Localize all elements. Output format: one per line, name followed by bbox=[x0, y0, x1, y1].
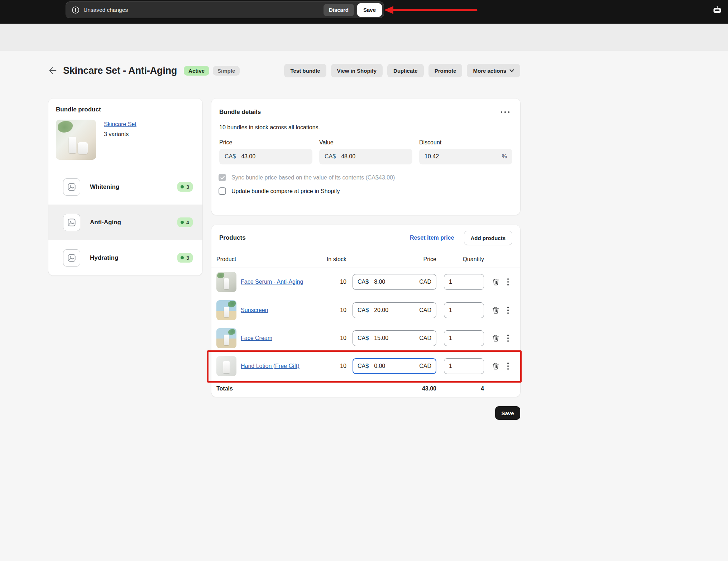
variant-count-badge: 3 bbox=[177, 182, 193, 192]
in-stock-value: 10 bbox=[340, 307, 346, 313]
price-input[interactable] bbox=[374, 279, 408, 285]
price-input[interactable] bbox=[374, 307, 408, 313]
save-button-top[interactable]: Save bbox=[357, 3, 382, 17]
discount-label: Discount bbox=[419, 139, 512, 146]
kebab-icon bbox=[507, 334, 509, 342]
trash-icon bbox=[492, 362, 500, 370]
currency-suffix: CAD bbox=[419, 279, 431, 285]
variant-row-anti-aging[interactable]: Anti-Aging 4 bbox=[48, 205, 202, 240]
duplicate-button[interactable]: Duplicate bbox=[387, 64, 424, 77]
trash-icon bbox=[492, 278, 500, 286]
price-input-group: CA$ CAD bbox=[353, 274, 436, 290]
alert-circle-icon bbox=[72, 6, 80, 14]
quantity-input[interactable] bbox=[449, 363, 474, 369]
bundle-details-card: Bundle details 10 bundles in stock acros… bbox=[211, 99, 520, 215]
unsaved-changes-box: Unsaved changes Discard Save bbox=[66, 1, 384, 18]
type-badge: Simple bbox=[213, 66, 240, 76]
product-link[interactable]: Face Cream bbox=[241, 334, 307, 343]
product-row-hand-lotion: Hand Lotion (Free Gift) 10 CA$ CAD bbox=[211, 352, 520, 380]
delete-row-button[interactable] bbox=[491, 277, 500, 287]
compare-price-label: Update bundle compare at price in Shopif… bbox=[231, 188, 340, 195]
plant-decoration bbox=[58, 121, 73, 133]
annotation-arrow bbox=[383, 3, 480, 18]
delete-row-button[interactable] bbox=[491, 361, 500, 371]
products-card: Products Reset item price Add products P… bbox=[211, 225, 520, 397]
row-menu-button[interactable] bbox=[503, 361, 513, 371]
product-link[interactable]: Sunscreen bbox=[241, 306, 307, 315]
discard-button[interactable]: Discard bbox=[324, 4, 354, 16]
product-image bbox=[216, 328, 236, 348]
products-title: Products bbox=[219, 234, 410, 241]
bundle-product-card: Bundle product Skincare Set 3 variants bbox=[48, 99, 202, 275]
jar-decoration bbox=[78, 142, 88, 154]
status-badge: Active bbox=[184, 66, 209, 76]
add-products-button[interactable]: Add products bbox=[464, 231, 513, 245]
variant-image-placeholder bbox=[63, 178, 80, 196]
row-menu-button[interactable] bbox=[503, 334, 513, 343]
back-button[interactable] bbox=[48, 66, 57, 75]
quantity-input[interactable] bbox=[449, 335, 474, 341]
card-menu-button[interactable] bbox=[499, 108, 512, 116]
currency-prefix: CA$ bbox=[358, 307, 369, 313]
currency-suffix: CAD bbox=[419, 363, 431, 369]
delete-row-button[interactable] bbox=[491, 334, 500, 343]
trash-icon bbox=[492, 334, 500, 342]
column-quantity: Quantity bbox=[444, 256, 484, 263]
kebab-icon bbox=[507, 362, 509, 370]
quantity-input-group bbox=[444, 302, 484, 318]
chevron-down-icon bbox=[509, 69, 514, 72]
totals-price: 43.00 bbox=[353, 385, 436, 392]
delete-row-button[interactable] bbox=[491, 306, 500, 315]
save-button-footer[interactable]: Save bbox=[495, 406, 520, 420]
variant-image-placeholder bbox=[63, 249, 80, 267]
in-stock-value: 10 bbox=[340, 279, 346, 285]
quantity-input[interactable] bbox=[449, 279, 474, 285]
variant-row-hydrating[interactable]: Hydrating 3 bbox=[48, 240, 202, 275]
unsaved-changes-message: Unsaved changes bbox=[83, 7, 128, 13]
status-dot-icon bbox=[181, 256, 184, 259]
promote-button[interactable]: Promote bbox=[428, 64, 463, 77]
image-icon bbox=[68, 183, 76, 191]
bundle-product-link[interactable]: Skincare Set bbox=[104, 121, 136, 128]
price-input-group: CA$ CAD bbox=[353, 330, 436, 346]
product-link[interactable]: Hand Lotion (Free Gift) bbox=[241, 361, 307, 371]
bundle-product-title: Bundle product bbox=[48, 99, 202, 113]
test-bundle-button[interactable]: Test bundle bbox=[284, 64, 326, 77]
product-image bbox=[216, 356, 236, 376]
column-price: Price bbox=[353, 256, 436, 263]
quantity-input-group bbox=[444, 274, 484, 290]
quantity-input[interactable] bbox=[449, 307, 474, 313]
row-menu-button[interactable] bbox=[503, 277, 513, 287]
value-value: 48.00 bbox=[341, 153, 355, 160]
discount-field[interactable]: 10.42 % bbox=[419, 149, 512, 164]
discount-value: 10.42 bbox=[425, 153, 439, 160]
products-header: Products Reset item price Add products bbox=[211, 225, 520, 251]
price-field-group: Price CA$ 43.00 bbox=[219, 139, 312, 164]
variant-count-badge: 3 bbox=[177, 253, 193, 263]
page-title: Skincare Set - Anti-Aging bbox=[63, 65, 177, 76]
variant-list: Whitening 3 Anti-Aging 4 bbox=[48, 169, 202, 275]
value-label: Value bbox=[319, 139, 412, 146]
view-in-shopify-button[interactable]: View in Shopify bbox=[331, 64, 383, 77]
assistant-icon[interactable] bbox=[712, 5, 722, 15]
bundle-details-header: Bundle details bbox=[211, 99, 520, 116]
admin-header-band bbox=[0, 24, 728, 51]
variant-row-whitening[interactable]: Whitening 3 bbox=[48, 169, 202, 205]
column-product: Product bbox=[216, 256, 311, 263]
product-row-sunscreen: Sunscreen 10 CA$ CAD bbox=[211, 296, 520, 324]
product-link[interactable]: Face Serum - Anti-Aging bbox=[241, 277, 307, 287]
currency-prefix: CA$ bbox=[358, 279, 369, 285]
more-actions-button[interactable]: More actions bbox=[467, 64, 520, 77]
variant-count-badge: 4 bbox=[177, 217, 193, 227]
value-field[interactable]: CA$ 48.00 bbox=[319, 149, 412, 164]
currency-prefix: CA$ bbox=[358, 363, 369, 369]
checkmark-icon bbox=[220, 175, 225, 180]
bundle-details-title: Bundle details bbox=[219, 109, 261, 116]
compare-price-checkbox[interactable] bbox=[219, 187, 226, 195]
row-menu-button[interactable] bbox=[503, 306, 513, 315]
price-field[interactable]: CA$ 43.00 bbox=[219, 149, 312, 164]
ellipsis-icon bbox=[500, 111, 510, 114]
reset-item-price-link[interactable]: Reset item price bbox=[410, 235, 454, 241]
price-input[interactable] bbox=[374, 335, 408, 341]
price-input[interactable] bbox=[374, 363, 408, 369]
